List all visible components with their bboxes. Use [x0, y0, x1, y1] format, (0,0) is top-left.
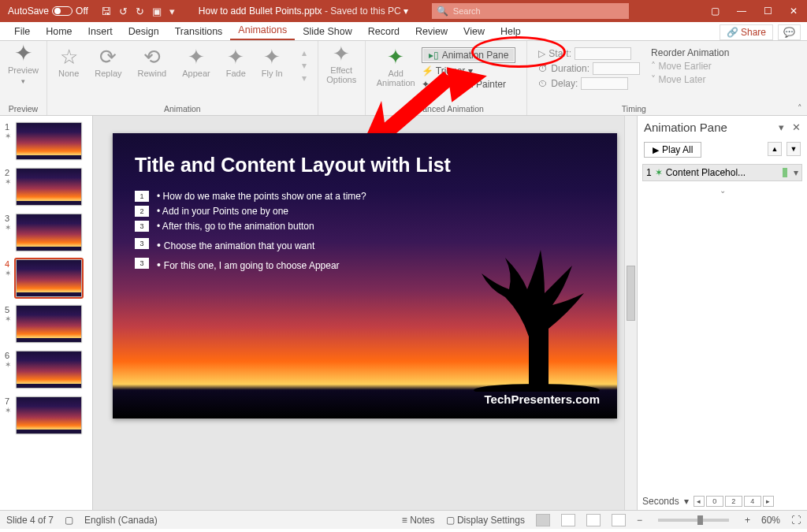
animation-pane-button[interactable]: ▸▯Animation Pane: [422, 47, 516, 63]
search-box[interactable]: 🔍: [432, 3, 629, 19]
tab-review[interactable]: Review: [407, 23, 456, 40]
reading-view-button[interactable]: [586, 514, 601, 526]
move-down-button[interactable]: ▼: [787, 142, 801, 156]
zoom-out-button[interactable]: −: [637, 515, 642, 526]
tl-next[interactable]: ▸: [763, 496, 774, 507]
zoom-level[interactable]: 60%: [761, 515, 780, 526]
search-input[interactable]: [453, 6, 624, 16]
item-dropdown-icon[interactable]: ▾: [794, 167, 798, 178]
sub-bullet[interactable]: • For this one, I am going to choose App…: [157, 259, 340, 271]
notes-button[interactable]: ≡ Notes: [402, 515, 435, 526]
close-icon[interactable]: ✕: [790, 6, 798, 17]
animation-pane-title: Animation Pane: [644, 121, 771, 134]
undo-icon[interactable]: ↺: [119, 6, 128, 17]
thumbnail-6[interactable]: 6✶: [0, 349, 92, 395]
pane-close-icon[interactable]: ✕: [792, 121, 801, 133]
tab-help[interactable]: Help: [493, 23, 529, 40]
move-earlier-button[interactable]: ˄ Move Earlier: [651, 61, 729, 72]
save-icon[interactable]: 🖫: [101, 6, 111, 17]
title-dropdown-icon[interactable]: ▾: [404, 6, 408, 17]
pane-options-icon[interactable]: ▾: [779, 121, 784, 133]
share-button[interactable]: 🔗 Share: [720, 24, 773, 40]
redo-icon[interactable]: ↻: [136, 6, 144, 17]
delay-input[interactable]: [581, 77, 628, 90]
thumbnail-7[interactable]: 7✶: [0, 395, 92, 441]
slide-title[interactable]: Title and Content Layout with List: [135, 154, 595, 177]
timing-delay[interactable]: ⏲ Delay:: [538, 77, 640, 90]
slide-preview[interactable]: Title and Content Layout with List 1 • H…: [113, 133, 617, 419]
anim-tag[interactable]: 3: [135, 238, 149, 249]
anim-tag[interactable]: 1: [135, 191, 149, 202]
autosave-switch-icon[interactable]: [52, 6, 73, 16]
animation-painter-button[interactable]: ✦ Animation Painter: [422, 79, 516, 90]
move-up-button[interactable]: ▲: [768, 142, 782, 156]
start-from-beginning-icon[interactable]: ▣: [152, 6, 162, 17]
move-later-button[interactable]: ˅ Move Later: [651, 74, 729, 85]
sub-bullet[interactable]: • Choose the animation that you want: [157, 239, 314, 251]
thumbnail-4[interactable]: 4✶: [0, 258, 92, 303]
tab-insert[interactable]: Insert: [80, 23, 121, 40]
maximize-icon[interactable]: ☐: [764, 6, 772, 17]
minimize-icon[interactable]: ―: [737, 6, 746, 17]
tab-home[interactable]: Home: [38, 23, 80, 40]
slide-counter[interactable]: Slide 4 of 7: [6, 515, 54, 526]
add-animation-button[interactable]: ✦ Add Animation: [377, 47, 415, 87]
normal-view-button[interactable]: [536, 514, 550, 526]
comments-button[interactable]: 💬: [778, 24, 801, 40]
fit-window-icon[interactable]: ⛶: [791, 515, 801, 526]
anim-rewind[interactable]: ⟲Rewind: [138, 47, 167, 78]
thumbnail-2[interactable]: 2✶: [0, 166, 92, 212]
thumbnail-5[interactable]: 5✶: [0, 303, 92, 349]
ribbon-display-icon[interactable]: ▢: [711, 6, 720, 17]
zoom-in-button[interactable]: +: [745, 515, 750, 526]
animation-item[interactable]: 1 ✶ Content Placehol... ▾: [642, 164, 802, 181]
bullet-row[interactable]: 2 • Add in your Points one by one: [135, 206, 595, 217]
tab-view[interactable]: View: [456, 23, 493, 40]
anim-none[interactable]: ☆None: [58, 47, 79, 78]
tab-slideshow[interactable]: Slide Show: [295, 23, 360, 40]
tab-animations[interactable]: Animations: [230, 21, 295, 40]
anim-gallery-more[interactable]: ▴▾▾: [302, 47, 307, 84]
language-button[interactable]: English (Canada): [84, 515, 158, 526]
scroll-thumb[interactable]: [627, 266, 635, 321]
tab-design[interactable]: Design: [121, 23, 167, 40]
accessibility-icon[interactable]: ▢: [65, 515, 73, 526]
bullet-row[interactable]: 3 • After this, go to the animation butt…: [135, 221, 595, 232]
tab-record[interactable]: Record: [360, 23, 407, 40]
thumbnail-3[interactable]: 3✶: [0, 212, 92, 258]
vertical-scrollbar[interactable]: [624, 116, 637, 510]
trigger-button[interactable]: ⚡ Trigger ▾: [422, 65, 516, 76]
tab-transitions[interactable]: Transitions: [167, 23, 231, 40]
expand-icon[interactable]: ⌄: [638, 186, 807, 195]
duration-input[interactable]: [593, 62, 640, 75]
anim-flyin[interactable]: ✦Fly In: [262, 47, 283, 78]
chevron-down-icon[interactable]: ▾: [684, 496, 689, 507]
qat-dropdown-icon[interactable]: ▾: [169, 6, 175, 17]
zoom-slider[interactable]: [658, 519, 729, 522]
anim-tag[interactable]: 3: [135, 258, 149, 269]
anim-appear[interactable]: ✦Appear: [182, 47, 210, 78]
slideshow-view-button[interactable]: [612, 514, 626, 526]
sorter-view-button[interactable]: [561, 514, 575, 526]
timeline-ruler[interactable]: ◂ 0 2 4 ▸: [694, 496, 802, 507]
tl-prev[interactable]: ◂: [694, 496, 705, 507]
slide-thumbnails[interactable]: 1✶ 2✶ 3✶ 4✶ 5✶ 6✶ 7✶: [0, 116, 93, 510]
thumbnail-1[interactable]: 1✶: [0, 121, 92, 166]
timing-duration[interactable]: ⏱ Duration:: [538, 62, 640, 75]
effect-options-button[interactable]: ✦ Effect Options: [326, 44, 356, 84]
autosave-toggle[interactable]: AutoSave Off: [8, 6, 88, 17]
display-settings-button[interactable]: ▢ Display Settings: [446, 515, 525, 526]
bullet-row[interactable]: 1 • How do we make the points show one a…: [135, 191, 595, 202]
timing-start[interactable]: ▷ Start:: [538, 47, 640, 60]
tab-file[interactable]: File: [6, 23, 38, 40]
preview-button[interactable]: ✦ Preview ▾: [8, 44, 39, 85]
anim-tag[interactable]: 3: [135, 221, 149, 232]
collapse-ribbon-icon[interactable]: ˄: [798, 103, 802, 113]
anim-tag[interactable]: 2: [135, 206, 149, 217]
anim-fade[interactable]: ✦Fade: [226, 47, 246, 78]
start-select[interactable]: [575, 47, 631, 60]
slide-canvas-area[interactable]: Title and Content Layout with List 1 • H…: [93, 116, 637, 510]
play-all-button[interactable]: ▶ Play All: [644, 142, 701, 158]
saved-status: - Saved to this PC: [322, 6, 401, 17]
anim-replay[interactable]: ⟳Replay: [95, 47, 121, 78]
